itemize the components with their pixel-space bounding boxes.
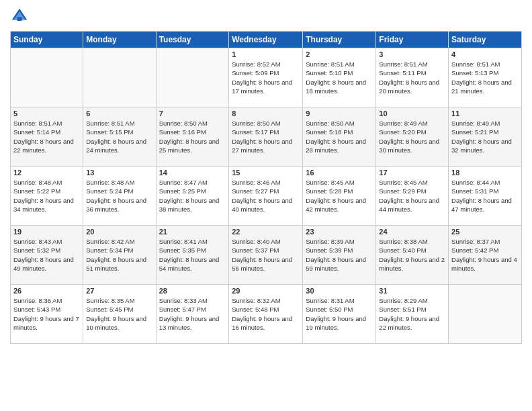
day-info: Sunrise: 8:50 AMSunset: 5:17 PMDaylight:…	[232, 119, 300, 154]
day-info: Sunrise: 8:32 AMSunset: 5:48 PMDaylight:…	[232, 296, 300, 332]
day-info: Sunrise: 8:35 AMSunset: 5:45 PMDaylight:…	[86, 296, 152, 332]
day-number: 9	[306, 109, 373, 118]
day-info: Sunrise: 8:38 AMSunset: 5:40 PMDaylight:…	[379, 237, 445, 273]
calendar-table: SundayMondayTuesdayWednesdayThursdayFrid…	[10, 31, 522, 344]
svg-rect-2	[17, 17, 22, 21]
calendar-day-cell: 25Sunrise: 8:37 AMSunset: 5:42 PMDayligh…	[449, 226, 522, 285]
day-info: Sunrise: 8:42 AMSunset: 5:34 PMDaylight:…	[86, 237, 152, 273]
day-info: Sunrise: 8:40 AMSunset: 5:37 PMDaylight:…	[232, 237, 300, 273]
calendar-day-cell: 15Sunrise: 8:46 AMSunset: 5:27 PMDayligh…	[229, 167, 303, 226]
day-info: Sunrise: 8:36 AMSunset: 5:43 PMDaylight:…	[13, 296, 80, 332]
calendar-week-row: 26Sunrise: 8:36 AMSunset: 5:43 PMDayligh…	[11, 285, 522, 344]
calendar-day-cell: 4Sunrise: 8:51 AMSunset: 5:13 PMDaylight…	[449, 48, 522, 107]
day-number: 15	[232, 169, 300, 177]
calendar-day-cell: 16Sunrise: 8:45 AMSunset: 5:28 PMDayligh…	[303, 167, 376, 226]
weekday-header: Wednesday	[229, 32, 303, 48]
day-info: Sunrise: 8:29 AMSunset: 5:51 PMDaylight:…	[379, 296, 445, 332]
day-number: 27	[86, 287, 152, 295]
calendar-week-row: 5Sunrise: 8:51 AMSunset: 5:14 PMDaylight…	[11, 107, 522, 167]
calendar-day-cell: 5Sunrise: 8:51 AMSunset: 5:14 PMDaylight…	[11, 107, 83, 167]
day-number: 16	[306, 169, 373, 177]
calendar-day-cell: 21Sunrise: 8:41 AMSunset: 5:35 PMDayligh…	[156, 226, 229, 285]
day-info: Sunrise: 8:41 AMSunset: 5:35 PMDaylight:…	[159, 237, 226, 273]
day-info: Sunrise: 8:48 AMSunset: 5:24 PMDaylight:…	[86, 178, 152, 214]
logo	[10, 7, 30, 26]
calendar-day-cell: 10Sunrise: 8:49 AMSunset: 5:20 PMDayligh…	[376, 107, 449, 167]
calendar-day-cell: 13Sunrise: 8:48 AMSunset: 5:24 PMDayligh…	[83, 167, 156, 226]
day-info: Sunrise: 8:48 AMSunset: 5:22 PMDaylight:…	[13, 178, 80, 214]
day-info: Sunrise: 8:52 AMSunset: 5:09 PMDaylight:…	[232, 60, 300, 95]
calendar-day-cell: 18Sunrise: 8:44 AMSunset: 5:31 PMDayligh…	[449, 167, 522, 226]
weekday-header: Sunday	[11, 32, 83, 48]
day-info: Sunrise: 8:46 AMSunset: 5:27 PMDaylight:…	[232, 178, 300, 214]
day-info: Sunrise: 8:51 AMSunset: 5:13 PMDaylight:…	[451, 60, 519, 95]
day-number: 8	[232, 109, 300, 118]
day-number: 3	[379, 50, 445, 58]
calendar-header-row: SundayMondayTuesdayWednesdayThursdayFrid…	[11, 32, 522, 48]
day-number: 25	[451, 228, 519, 236]
calendar-day-cell: 1Sunrise: 8:52 AMSunset: 5:09 PMDaylight…	[229, 48, 303, 107]
calendar-day-cell: 20Sunrise: 8:42 AMSunset: 5:34 PMDayligh…	[83, 226, 156, 285]
logo-icon	[10, 7, 29, 26]
day-number: 13	[86, 169, 152, 177]
calendar-day-cell: 2Sunrise: 8:51 AMSunset: 5:10 PMDaylight…	[303, 48, 376, 107]
day-number: 31	[379, 287, 445, 295]
calendar-day-cell: 7Sunrise: 8:50 AMSunset: 5:16 PMDaylight…	[156, 107, 229, 167]
day-number: 12	[13, 169, 80, 177]
day-info: Sunrise: 8:51 AMSunset: 5:10 PMDaylight:…	[306, 60, 373, 95]
calendar-day-cell	[449, 285, 522, 344]
calendar-week-row: 12Sunrise: 8:48 AMSunset: 5:22 PMDayligh…	[11, 167, 522, 226]
day-info: Sunrise: 8:45 AMSunset: 5:28 PMDaylight:…	[306, 178, 373, 214]
day-number: 23	[306, 228, 373, 236]
calendar-day-cell: 14Sunrise: 8:47 AMSunset: 5:25 PMDayligh…	[156, 167, 229, 226]
calendar-week-row: 1Sunrise: 8:52 AMSunset: 5:09 PMDaylight…	[11, 48, 522, 107]
calendar-week-row: 19Sunrise: 8:43 AMSunset: 5:32 PMDayligh…	[11, 226, 522, 285]
calendar-day-cell: 29Sunrise: 8:32 AMSunset: 5:48 PMDayligh…	[229, 285, 303, 344]
day-info: Sunrise: 8:49 AMSunset: 5:21 PMDaylight:…	[451, 119, 519, 154]
weekday-header: Thursday	[303, 32, 376, 48]
day-number: 6	[86, 109, 152, 118]
page-container: SundayMondayTuesdayWednesdayThursdayFrid…	[0, 0, 532, 351]
day-number: 14	[159, 169, 226, 177]
calendar-day-cell: 6Sunrise: 8:51 AMSunset: 5:15 PMDaylight…	[83, 107, 156, 167]
day-number: 5	[13, 109, 80, 118]
day-number: 10	[379, 109, 445, 118]
calendar-day-cell: 19Sunrise: 8:43 AMSunset: 5:32 PMDayligh…	[11, 226, 83, 285]
day-info: Sunrise: 8:51 AMSunset: 5:15 PMDaylight:…	[86, 119, 152, 154]
calendar-day-cell: 22Sunrise: 8:40 AMSunset: 5:37 PMDayligh…	[229, 226, 303, 285]
day-number: 29	[232, 287, 300, 295]
header	[10, 7, 522, 26]
calendar-day-cell	[83, 48, 156, 107]
weekday-header: Friday	[376, 32, 449, 48]
day-info: Sunrise: 8:33 AMSunset: 5:47 PMDaylight:…	[159, 296, 226, 332]
calendar-day-cell: 27Sunrise: 8:35 AMSunset: 5:45 PMDayligh…	[83, 285, 156, 344]
day-info: Sunrise: 8:50 AMSunset: 5:16 PMDaylight:…	[159, 119, 226, 154]
day-info: Sunrise: 8:51 AMSunset: 5:11 PMDaylight:…	[379, 60, 445, 95]
calendar-day-cell: 24Sunrise: 8:38 AMSunset: 5:40 PMDayligh…	[376, 226, 449, 285]
day-number: 20	[86, 228, 152, 236]
day-info: Sunrise: 8:39 AMSunset: 5:39 PMDaylight:…	[306, 237, 373, 273]
weekday-header: Monday	[83, 32, 156, 48]
calendar-day-cell: 26Sunrise: 8:36 AMSunset: 5:43 PMDayligh…	[11, 285, 83, 344]
calendar-day-cell	[156, 48, 229, 107]
day-info: Sunrise: 8:43 AMSunset: 5:32 PMDaylight:…	[13, 237, 80, 273]
calendar-day-cell: 31Sunrise: 8:29 AMSunset: 5:51 PMDayligh…	[376, 285, 449, 344]
day-number: 22	[232, 228, 300, 236]
day-info: Sunrise: 8:44 AMSunset: 5:31 PMDaylight:…	[451, 178, 519, 214]
day-number: 2	[306, 50, 373, 58]
calendar-day-cell: 17Sunrise: 8:45 AMSunset: 5:29 PMDayligh…	[376, 167, 449, 226]
day-info: Sunrise: 8:51 AMSunset: 5:14 PMDaylight:…	[13, 119, 80, 154]
calendar-day-cell: 8Sunrise: 8:50 AMSunset: 5:17 PMDaylight…	[229, 107, 303, 167]
day-number: 21	[159, 228, 226, 236]
day-number: 17	[379, 169, 445, 177]
calendar-day-cell: 30Sunrise: 8:31 AMSunset: 5:50 PMDayligh…	[303, 285, 376, 344]
calendar-day-cell: 12Sunrise: 8:48 AMSunset: 5:22 PMDayligh…	[11, 167, 83, 226]
day-info: Sunrise: 8:31 AMSunset: 5:50 PMDaylight:…	[306, 296, 373, 332]
weekday-header: Tuesday	[156, 32, 229, 48]
calendar-day-cell	[11, 48, 83, 107]
day-number: 18	[451, 169, 519, 177]
day-number: 24	[379, 228, 445, 236]
calendar-day-cell: 28Sunrise: 8:33 AMSunset: 5:47 PMDayligh…	[156, 285, 229, 344]
day-number: 7	[159, 109, 226, 118]
day-info: Sunrise: 8:47 AMSunset: 5:25 PMDaylight:…	[159, 178, 226, 214]
